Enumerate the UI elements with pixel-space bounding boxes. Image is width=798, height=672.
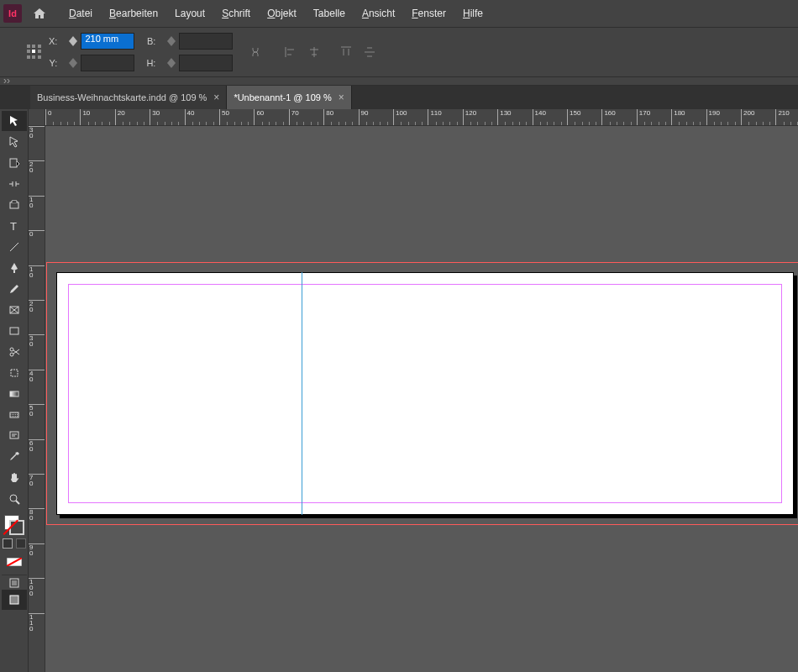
svg-rect-15 <box>10 432 18 438</box>
svg-rect-11 <box>10 391 18 396</box>
free-transform-tool[interactable] <box>2 363 27 383</box>
formatting-text-icon[interactable] <box>16 538 26 549</box>
scissors-tool[interactable] <box>2 342 27 362</box>
menu-fenster[interactable]: Fenster <box>403 0 454 27</box>
svg-rect-21 <box>12 580 17 585</box>
svg-line-17 <box>16 501 19 504</box>
app-logo: Id <box>3 4 22 23</box>
pen-tool[interactable] <box>2 258 27 278</box>
selection-tool[interactable] <box>2 111 27 131</box>
pencil-tool[interactable] <box>2 279 27 299</box>
menu-ansicht[interactable]: Ansicht <box>354 0 403 27</box>
vertical-ruler[interactable]: 3 02 01 001 02 03 04 05 06 07 08 09 01 0… <box>29 126 45 672</box>
hand-tool[interactable] <box>2 468 27 488</box>
y-input[interactable] <box>81 55 134 71</box>
svg-point-16 <box>10 495 17 501</box>
reference-point[interactable] <box>27 45 42 60</box>
svg-line-6 <box>10 307 18 313</box>
y-label: Y: <box>49 58 57 68</box>
menu-bearbeiten[interactable]: Bearbeiten <box>101 0 166 27</box>
horizontal-ruler[interactable]: 0102030405060708090100110120130140150160… <box>45 109 798 126</box>
gradient-swatch-tool[interactable] <box>2 384 27 404</box>
apply-none-icon[interactable] <box>2 552 27 572</box>
rectangle-frame-tool[interactable] <box>2 300 27 320</box>
svg-line-19 <box>7 558 22 566</box>
svg-rect-14 <box>10 412 18 417</box>
svg-rect-4 <box>10 307 18 313</box>
home-icon[interactable] <box>29 3 50 24</box>
b-input[interactable] <box>179 33 233 50</box>
direct-selection-tool[interactable] <box>2 132 27 152</box>
zoom-tool[interactable] <box>2 489 27 509</box>
distribute-v-icon[interactable] <box>360 43 379 61</box>
view-mode-normal-icon[interactable] <box>2 575 27 589</box>
close-icon[interactable]: × <box>213 92 219 103</box>
swatch-target-row[interactable] <box>3 538 26 549</box>
svg-point-8 <box>10 348 13 351</box>
svg-rect-10 <box>11 370 18 376</box>
svg-rect-7 <box>10 328 18 334</box>
formatting-container-icon[interactable] <box>3 538 13 549</box>
gap-tool[interactable] <box>2 174 27 194</box>
main-area: T 01020304050607080901001101201301401501… <box>0 109 798 672</box>
page-tool[interactable] <box>2 153 27 173</box>
svg-rect-20 <box>10 579 18 587</box>
document-tab-bar: Business-Weihnachtskarte.indd @ 109 % × … <box>0 86 798 109</box>
doc-tab-label: Business-Weihnachtskarte.indd @ 109 % <box>37 92 207 102</box>
x-input[interactable]: 210 mm <box>81 33 134 50</box>
h-input[interactable] <box>179 55 233 71</box>
close-icon[interactable]: × <box>339 92 344 103</box>
canvas[interactable] <box>45 126 798 672</box>
svg-line-5 <box>10 307 18 313</box>
b-label: B: <box>146 36 155 46</box>
svg-rect-12 <box>10 412 18 417</box>
svg-line-3 <box>10 243 18 251</box>
svg-rect-18 <box>7 558 22 566</box>
doc-tab-0[interactable]: Business-Weihnachtskarte.indd @ 109 % × <box>30 86 227 109</box>
align-center-icon[interactable] <box>305 43 323 61</box>
x-label: X: <box>49 36 57 46</box>
rectangle-tool[interactable] <box>2 321 27 341</box>
menu-datei[interactable]: Datei <box>60 0 101 27</box>
eyedropper-tool[interactable] <box>2 447 27 467</box>
svg-rect-22 <box>10 596 18 604</box>
distribute-h-icon[interactable] <box>337 43 355 61</box>
menu-layout[interactable]: Layout <box>166 0 213 27</box>
menu-schrift[interactable]: Schrift <box>213 0 259 27</box>
fill-stroke-swatch[interactable] <box>4 515 24 535</box>
b-stepper[interactable] <box>167 34 177 49</box>
menu-hilfe[interactable]: Hilfe <box>454 0 491 27</box>
menu-tabelle[interactable]: Tabelle <box>305 0 354 27</box>
line-tool[interactable] <box>2 237 27 257</box>
svg-rect-0 <box>10 159 17 167</box>
document-viewport[interactable]: 0102030405060708090100110120130140150160… <box>29 109 798 672</box>
panel-expand-chevrons[interactable]: ›› <box>0 77 798 86</box>
align-left-icon[interactable] <box>281 43 300 61</box>
ruler-origin[interactable] <box>29 109 45 126</box>
type-tool[interactable]: T <box>2 216 27 236</box>
svg-rect-1 <box>10 202 18 208</box>
gradient-feather-tool[interactable] <box>2 405 27 425</box>
margin-box <box>68 284 782 503</box>
y-stepper[interactable] <box>69 55 79 71</box>
control-bar: X: 210 mm B: Y: H: <box>0 27 798 77</box>
constrain-icon[interactable] <box>246 43 265 61</box>
content-collector-tool[interactable] <box>2 195 27 215</box>
svg-text:T: T <box>10 220 17 232</box>
spine-guide <box>302 272 302 515</box>
note-tool[interactable] <box>2 426 27 446</box>
x-stepper[interactable] <box>69 34 79 49</box>
h-label: H: <box>146 58 155 68</box>
svg-point-9 <box>10 353 13 356</box>
menu-bar: Id Datei Bearbeiten Layout Schrift Objek… <box>0 0 798 27</box>
view-mode-preview-icon[interactable] <box>2 590 27 610</box>
h-stepper[interactable] <box>167 55 177 71</box>
tool-panel: T <box>0 109 29 672</box>
doc-tab-label: *Unbenannt-1 @ 109 % <box>234 92 331 102</box>
menu-objekt[interactable]: Objekt <box>259 0 305 27</box>
doc-tab-1[interactable]: *Unbenannt-1 @ 109 % × <box>227 86 351 109</box>
